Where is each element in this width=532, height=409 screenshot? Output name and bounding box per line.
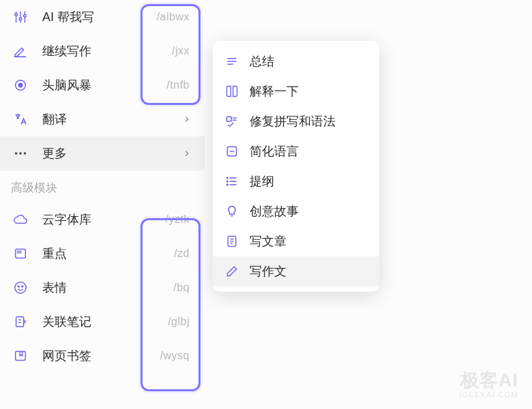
popup-item-story[interactable]: 创意故事	[213, 196, 379, 226]
watermark: 极客AI IGEEKAI.COM	[459, 368, 518, 399]
menu-item-continue-write[interactable]: 继续写作 /jxx	[0, 34, 205, 68]
chevron-right-icon	[182, 149, 192, 158]
menu-item-cloud-fonts[interactable]: 云字体库 /yztk	[0, 202, 205, 237]
svg-rect-12	[16, 249, 26, 258]
svg-point-5	[24, 14, 27, 17]
svg-point-9	[15, 152, 18, 155]
menu-item-label: 网页书签	[42, 348, 160, 364]
menu-item-shortcut: /wysq	[160, 350, 190, 362]
document-icon	[224, 233, 240, 249]
menu-item-label: 更多	[42, 145, 182, 162]
svg-point-10	[19, 152, 22, 155]
menu-item-translate[interactable]: 翻译	[0, 102, 205, 136]
menu-item-shortcut: /aibwx	[157, 11, 190, 23]
cloud-icon	[11, 210, 30, 229]
popup-item-label: 修复拼写和语法	[250, 113, 336, 130]
edit-icon	[224, 263, 240, 279]
svg-point-3	[15, 14, 18, 16]
target-icon	[11, 76, 30, 95]
menu-item-shortcut: /glbj	[168, 316, 190, 328]
menu-item-label: 头脑风暴	[42, 77, 166, 93]
more-icon	[11, 144, 30, 163]
menu-item-highlight[interactable]: 重点 /zd	[0, 237, 205, 271]
minus-square-icon	[224, 143, 240, 160]
menu-item-shortcut: /jxx	[172, 45, 190, 57]
popup-item-label: 写作文	[250, 263, 286, 279]
svg-point-8	[18, 83, 23, 87]
popup-item-label: 简化语言	[250, 143, 299, 160]
sliders-icon	[11, 7, 30, 27]
linked-doc-icon	[11, 312, 30, 331]
svg-point-15	[18, 286, 19, 287]
svg-rect-13	[17, 251, 21, 253]
popup-item-fix-grammar[interactable]: 修复拼写和语法	[213, 106, 379, 136]
summary-icon	[224, 53, 240, 70]
sidebar: AI 帮我写 /aibwx 继续写作 /jxx 头脑风暴 /tnfb 翻译	[0, 0, 205, 373]
popup-item-article[interactable]: 写文章	[213, 226, 379, 256]
svg-rect-17	[16, 317, 24, 327]
popup-item-label: 写文章	[250, 233, 286, 249]
watermark-title: 极客AI	[459, 368, 518, 393]
menu-item-label: AI 帮我写	[42, 9, 157, 25]
svg-point-28	[227, 177, 228, 179]
menu-item-label: 继续写作	[42, 43, 172, 59]
menu-item-label: 关联笔记	[42, 314, 168, 330]
menu-item-label: 表情	[42, 279, 173, 296]
menu-item-label: 重点	[42, 245, 174, 262]
menu-item-shortcut: /zd	[174, 247, 190, 260]
list-icon	[224, 173, 240, 190]
menu-item-shortcut: /bq	[173, 282, 190, 294]
submenu-popup: 总结 解释一下 修复拼写和语法 简化语言 提纲 创意故事 写文章	[213, 41, 379, 292]
svg-point-4	[19, 18, 22, 20]
popup-item-label: 总结	[250, 53, 274, 70]
chevron-right-icon	[182, 115, 192, 124]
popup-item-essay[interactable]: 写作文	[213, 256, 379, 286]
menu-item-ai-write[interactable]: AI 帮我写 /aibwx	[0, 0, 205, 34]
menu-item-linked-note[interactable]: 关联笔记 /glbj	[0, 305, 205, 339]
popup-item-summary[interactable]: 总结	[213, 46, 379, 76]
svg-point-16	[22, 286, 23, 287]
book-icon	[224, 83, 240, 100]
menu-item-brainstorm[interactable]: 头脑风暴 /tnfb	[0, 68, 205, 102]
callout-icon	[11, 244, 30, 263]
smile-icon	[11, 278, 30, 297]
bookmark-icon	[11, 346, 30, 365]
menu-item-shortcut: /tnfb	[166, 79, 190, 91]
menu-item-shortcut: /yztk	[166, 213, 190, 226]
spellcheck-icon	[224, 113, 240, 130]
popup-item-outline[interactable]: 提纲	[213, 166, 379, 196]
svg-rect-22	[227, 117, 232, 121]
watermark-url: IGEEKAI.COM	[459, 391, 518, 399]
svg-point-30	[227, 184, 228, 185]
popup-item-label: 提纲	[250, 173, 274, 190]
menu-item-label: 翻译	[42, 111, 182, 127]
lightbulb-icon	[224, 203, 240, 219]
popup-item-simplify[interactable]: 简化语言	[213, 136, 379, 166]
section-title-advanced: 高级模块	[0, 170, 205, 202]
svg-point-14	[15, 282, 27, 294]
popup-item-label: 创意故事	[250, 203, 299, 219]
pen-line-icon	[11, 42, 30, 61]
menu-item-emoji[interactable]: 表情 /bq	[0, 271, 205, 305]
menu-item-more[interactable]: 更多	[0, 136, 205, 170]
menu-item-label: 云字体库	[42, 211, 166, 228]
popup-item-label: 解释一下	[250, 83, 299, 100]
svg-point-29	[227, 181, 228, 182]
menu-item-bookmark[interactable]: 网页书签 /wysq	[0, 339, 205, 373]
translate-icon	[11, 110, 30, 129]
popup-item-explain[interactable]: 解释一下	[213, 76, 379, 106]
svg-point-11	[24, 152, 27, 155]
